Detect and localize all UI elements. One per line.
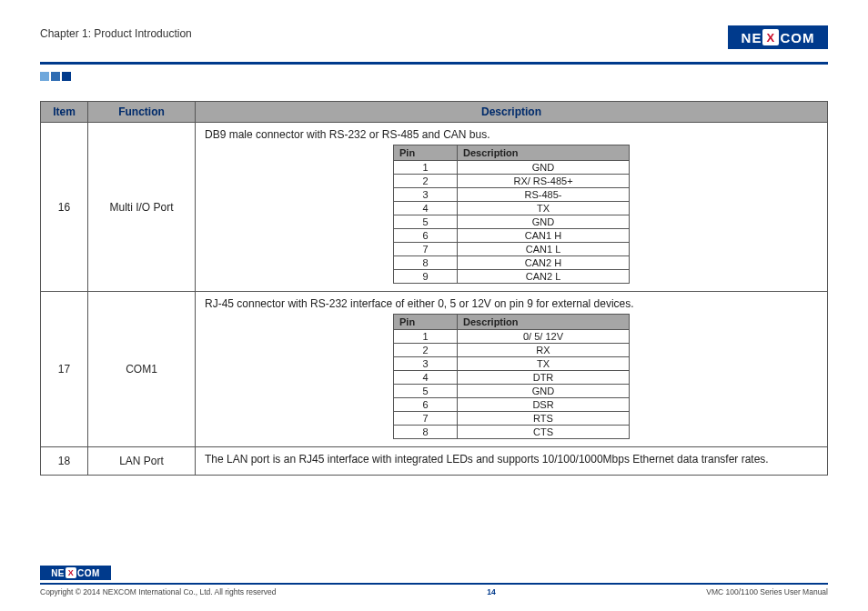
pin-desc: TX (458, 357, 630, 371)
pin-number: 7 (394, 243, 458, 256)
pin-desc: DTR (458, 371, 630, 385)
table-row: 18LAN PortThe LAN port is an RJ45 interf… (41, 447, 828, 476)
th-item: Item (41, 102, 88, 123)
pin-desc: GND (458, 385, 630, 398)
pin-row: 7RTS (394, 412, 630, 426)
cell-item: 18 (41, 447, 88, 476)
pin-row: 1GND (394, 161, 630, 175)
pin-number: 8 (394, 426, 458, 439)
pin-desc: CAN1 L (458, 243, 630, 256)
cell-function: COM1 (88, 292, 196, 447)
pin-row: 7CAN1 L (394, 243, 630, 256)
pin-number: 5 (394, 215, 458, 229)
pin-desc: GND (458, 215, 630, 229)
pin-desc: CAN2 L (458, 270, 630, 284)
pin-desc: RS-485- (458, 188, 630, 202)
cell-function: LAN Port (88, 447, 196, 476)
pin-number: 3 (394, 188, 458, 202)
th-pin: Pin (394, 145, 458, 161)
pin-number: 8 (394, 256, 458, 270)
pin-row: 4DTR (394, 371, 630, 385)
pin-desc: GND (458, 161, 630, 175)
pinout-table: PinDescription1GND2RX/ RS-485+3RS-485-4T… (393, 145, 630, 284)
description-text: RJ-45 connector with RS-232 interface of… (205, 297, 818, 310)
th-pin: Pin (394, 315, 458, 330)
pin-desc: CTS (458, 426, 630, 439)
pin-number: 6 (394, 398, 458, 412)
pin-row: 5GND (394, 215, 630, 229)
footer-divider (40, 583, 828, 585)
pin-desc: 0/ 5/ 12V (458, 330, 630, 344)
copyright-text: Copyright © 2014 NEXCOM International Co… (40, 587, 277, 596)
cell-description: RJ-45 connector with RS-232 interface of… (196, 292, 828, 447)
pin-row: 10/ 5/ 12V (394, 330, 630, 344)
pin-desc: RX/ RS-485+ (458, 175, 630, 188)
th-description: Description (196, 102, 828, 123)
pin-row: 6DSR (394, 398, 630, 412)
cell-description: DB9 male connector with RS-232 or RS-485… (196, 123, 828, 292)
logo-text-left: NE (742, 30, 762, 45)
pin-number: 6 (394, 229, 458, 243)
pin-row: 9CAN2 L (394, 270, 630, 284)
page-footer: NE X COM Copyright © 2014 NEXCOM Interna… (40, 566, 828, 596)
th-pin-desc: Description (458, 145, 630, 161)
logo-x-icon: X (762, 29, 779, 45)
page-number: 14 (487, 587, 495, 596)
pin-row: 5GND (394, 385, 630, 398)
pinout-table: PinDescription10/ 5/ 12V2RX3TX4DTR5GND6D… (393, 314, 630, 439)
pin-row: 4TX (394, 202, 630, 215)
pin-number: 5 (394, 385, 458, 398)
pin-number: 4 (394, 202, 458, 215)
pin-desc: RX (458, 344, 630, 357)
description-text: DB9 male connector with RS-232 or RS-485… (205, 128, 818, 141)
pin-number: 2 (394, 175, 458, 188)
pin-desc: RTS (458, 412, 630, 426)
th-function: Function (88, 102, 196, 123)
brand-logo: NE X COM (728, 25, 828, 49)
pin-number: 1 (394, 161, 458, 175)
description-text: The LAN port is an RJ45 interface with i… (205, 453, 818, 466)
cell-item: 16 (41, 123, 88, 292)
footer-logo: NE X COM (40, 566, 111, 580)
pin-number: 2 (394, 344, 458, 357)
decorative-squares-icon (40, 72, 828, 81)
th-pin-desc: Description (458, 315, 630, 330)
pin-number: 7 (394, 412, 458, 426)
pin-number: 3 (394, 357, 458, 371)
pin-row: 3RS-485- (394, 188, 630, 202)
pin-row: 6CAN1 H (394, 229, 630, 243)
pin-row: 8CTS (394, 426, 630, 439)
logo-text-right: COM (780, 30, 814, 45)
cell-description: The LAN port is an RJ45 interface with i… (196, 447, 828, 476)
header-divider (40, 62, 828, 65)
pin-desc: DSR (458, 398, 630, 412)
pin-desc: CAN2 H (458, 256, 630, 270)
pin-row: 2RX/ RS-485+ (394, 175, 630, 188)
pin-number: 4 (394, 371, 458, 385)
table-row: 17COM1RJ-45 connector with RS-232 interf… (41, 292, 828, 447)
cell-function: Multi I/O Port (88, 123, 196, 292)
cell-item: 17 (41, 292, 88, 447)
pin-row: 8CAN2 H (394, 256, 630, 270)
pin-number: 1 (394, 330, 458, 344)
page-header: Chapter 1: Product Introduction NE X COM (40, 25, 828, 60)
pin-row: 3TX (394, 357, 630, 371)
doc-title: VMC 100/1100 Series User Manual (706, 587, 828, 596)
connector-table: Item Function Description 16Multi I/O Po… (40, 101, 828, 476)
pin-number: 9 (394, 270, 458, 284)
pin-row: 2RX (394, 344, 630, 357)
table-row: 16Multi I/O PortDB9 male connector with … (41, 123, 828, 292)
pin-desc: CAN1 H (458, 229, 630, 243)
chapter-title: Chapter 1: Product Introduction (40, 25, 192, 40)
pin-desc: TX (458, 202, 630, 215)
